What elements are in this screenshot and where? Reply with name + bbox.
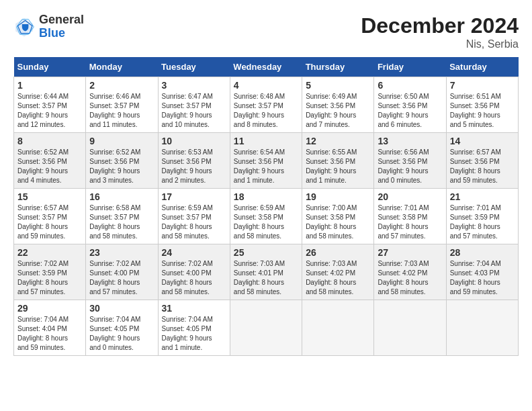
day-info: Sunrise: 6:59 AM Sunset: 3:58 PM Dayligh… [234, 203, 298, 241]
day-info: Sunrise: 6:49 AM Sunset: 3:56 PM Dayligh… [306, 92, 370, 130]
calendar-col-header: Friday [374, 57, 446, 77]
calendar-col-header: Tuesday [158, 57, 230, 77]
calendar-day-cell: 15Sunrise: 6:57 AM Sunset: 3:57 PM Dayli… [14, 189, 86, 244]
day-info: Sunrise: 7:04 AM Sunset: 4:05 PM Dayligh… [89, 315, 154, 353]
day-info: Sunrise: 7:01 AM Sunset: 3:59 PM Dayligh… [450, 203, 515, 241]
day-number: 7 [450, 80, 515, 91]
calendar-week-row: 15Sunrise: 6:57 AM Sunset: 3:57 PM Dayli… [14, 189, 519, 244]
calendar-header-row: SundayMondayTuesdayWednesdayThursdayFrid… [14, 57, 519, 77]
calendar-day-cell: 5Sunrise: 6:49 AM Sunset: 3:56 PM Daylig… [302, 77, 374, 133]
calendar-table: SundayMondayTuesdayWednesdayThursdayFrid… [13, 57, 519, 356]
calendar-day-cell [374, 300, 446, 356]
calendar-week-row: 1Sunrise: 6:44 AM Sunset: 3:57 PM Daylig… [14, 77, 519, 133]
calendar-day-cell [230, 300, 302, 356]
calendar-day-cell [302, 300, 374, 356]
day-info: Sunrise: 7:02 AM Sunset: 4:00 PM Dayligh… [162, 259, 226, 297]
calendar-day-cell: 25Sunrise: 7:03 AM Sunset: 4:01 PM Dayli… [230, 244, 302, 300]
calendar-col-header: Thursday [302, 57, 374, 77]
day-number: 31 [162, 303, 226, 314]
calendar-day-cell: 23Sunrise: 7:02 AM Sunset: 4:00 PM Dayli… [86, 244, 158, 300]
day-number: 30 [89, 303, 154, 314]
calendar-col-header: Sunday [14, 57, 86, 77]
day-number: 10 [162, 136, 226, 146]
logo-general: General [39, 13, 84, 26]
day-info: Sunrise: 7:04 AM Sunset: 4:03 PM Dayligh… [450, 259, 515, 297]
day-number: 25 [234, 247, 298, 258]
calendar-day-cell: 28Sunrise: 7:04 AM Sunset: 4:03 PM Dayli… [446, 244, 518, 300]
day-number: 29 [17, 303, 82, 314]
calendar-day-cell: 9Sunrise: 6:52 AM Sunset: 3:56 PM Daylig… [86, 133, 158, 189]
day-info: Sunrise: 6:57 AM Sunset: 3:57 PM Dayligh… [17, 203, 82, 241]
day-info: Sunrise: 7:03 AM Sunset: 4:02 PM Dayligh… [378, 259, 442, 297]
day-info: Sunrise: 7:01 AM Sunset: 3:58 PM Dayligh… [378, 203, 442, 241]
day-info: Sunrise: 6:51 AM Sunset: 3:56 PM Dayligh… [450, 92, 515, 130]
day-number: 13 [378, 136, 442, 146]
day-info: Sunrise: 7:04 AM Sunset: 4:05 PM Dayligh… [162, 315, 226, 353]
day-info: Sunrise: 6:52 AM Sunset: 3:56 PM Dayligh… [89, 148, 154, 185]
calendar-day-cell: 8Sunrise: 6:52 AM Sunset: 3:56 PM Daylig… [14, 133, 86, 189]
calendar-week-row: 8Sunrise: 6:52 AM Sunset: 3:56 PM Daylig… [14, 133, 519, 189]
calendar-day-cell: 30Sunrise: 7:04 AM Sunset: 4:05 PM Dayli… [86, 300, 158, 356]
calendar-day-cell: 7Sunrise: 6:51 AM Sunset: 3:56 PM Daylig… [446, 77, 518, 133]
day-info: Sunrise: 6:52 AM Sunset: 3:56 PM Dayligh… [17, 148, 82, 185]
calendar-day-cell: 20Sunrise: 7:01 AM Sunset: 3:58 PM Dayli… [374, 189, 446, 244]
day-info: Sunrise: 7:02 AM Sunset: 4:00 PM Dayligh… [89, 259, 154, 297]
day-info: Sunrise: 6:46 AM Sunset: 3:57 PM Dayligh… [89, 92, 154, 130]
calendar-col-header: Saturday [446, 57, 518, 77]
calendar-day-cell [446, 300, 518, 356]
calendar-day-cell: 16Sunrise: 6:58 AM Sunset: 3:57 PM Dayli… [86, 189, 158, 244]
calendar-day-cell: 3Sunrise: 6:47 AM Sunset: 3:57 PM Daylig… [158, 77, 230, 133]
calendar-day-cell: 21Sunrise: 7:01 AM Sunset: 3:59 PM Dayli… [446, 189, 518, 244]
calendar-day-cell: 1Sunrise: 6:44 AM Sunset: 3:57 PM Daylig… [14, 77, 86, 133]
day-info: Sunrise: 6:50 AM Sunset: 3:56 PM Dayligh… [378, 92, 442, 130]
page-header: General Blue December 2024 Nis, Serbia [13, 13, 519, 50]
day-number: 26 [306, 247, 370, 258]
day-info: Sunrise: 6:44 AM Sunset: 3:57 PM Dayligh… [17, 92, 82, 130]
calendar-day-cell: 29Sunrise: 7:04 AM Sunset: 4:04 PM Dayli… [14, 300, 86, 356]
day-number: 11 [234, 136, 298, 146]
calendar-col-header: Wednesday [230, 57, 302, 77]
day-info: Sunrise: 6:48 AM Sunset: 3:57 PM Dayligh… [234, 92, 298, 130]
day-info: Sunrise: 7:03 AM Sunset: 4:01 PM Dayligh… [234, 259, 298, 297]
day-number: 15 [17, 191, 82, 202]
day-number: 1 [17, 80, 82, 91]
day-number: 22 [17, 247, 82, 258]
calendar-day-cell: 26Sunrise: 7:03 AM Sunset: 4:02 PM Dayli… [302, 244, 374, 300]
day-number: 2 [89, 80, 154, 91]
day-info: Sunrise: 7:02 AM Sunset: 3:59 PM Dayligh… [17, 259, 82, 297]
day-number: 12 [306, 136, 370, 146]
day-number: 4 [234, 80, 298, 91]
calendar-day-cell: 18Sunrise: 6:59 AM Sunset: 3:58 PM Dayli… [230, 189, 302, 244]
day-info: Sunrise: 6:57 AM Sunset: 3:56 PM Dayligh… [450, 148, 515, 185]
day-number: 14 [450, 136, 515, 146]
day-number: 5 [306, 80, 370, 91]
calendar-day-cell: 22Sunrise: 7:02 AM Sunset: 3:59 PM Dayli… [14, 244, 86, 300]
calendar-day-cell: 12Sunrise: 6:55 AM Sunset: 3:56 PM Dayli… [302, 133, 374, 189]
calendar-day-cell: 19Sunrise: 7:00 AM Sunset: 3:58 PM Dayli… [302, 189, 374, 244]
day-info: Sunrise: 7:03 AM Sunset: 4:02 PM Dayligh… [306, 259, 370, 297]
calendar-week-row: 29Sunrise: 7:04 AM Sunset: 4:04 PM Dayli… [14, 300, 519, 356]
day-number: 21 [450, 191, 515, 202]
day-info: Sunrise: 6:58 AM Sunset: 3:57 PM Dayligh… [89, 203, 154, 241]
day-number: 23 [89, 247, 154, 258]
day-info: Sunrise: 6:56 AM Sunset: 3:56 PM Dayligh… [378, 148, 442, 185]
calendar-day-cell: 17Sunrise: 6:59 AM Sunset: 3:57 PM Dayli… [158, 189, 230, 244]
title-block: December 2024 Nis, Serbia [361, 13, 519, 50]
day-info: Sunrise: 7:00 AM Sunset: 3:58 PM Dayligh… [306, 203, 370, 241]
day-number: 24 [162, 247, 226, 258]
logo-text: General Blue [39, 13, 84, 40]
day-number: 18 [234, 191, 298, 202]
calendar-day-cell: 24Sunrise: 7:02 AM Sunset: 4:00 PM Dayli… [158, 244, 230, 300]
day-number: 28 [450, 247, 515, 258]
logo: General Blue [13, 13, 84, 40]
calendar-day-cell: 6Sunrise: 6:50 AM Sunset: 3:56 PM Daylig… [374, 77, 446, 133]
day-number: 20 [378, 191, 442, 202]
day-number: 6 [378, 80, 442, 91]
calendar-week-row: 22Sunrise: 7:02 AM Sunset: 3:59 PM Dayli… [14, 244, 519, 300]
logo-icon [13, 16, 35, 38]
day-info: Sunrise: 6:53 AM Sunset: 3:56 PM Dayligh… [162, 148, 226, 185]
day-number: 17 [162, 191, 226, 202]
day-info: Sunrise: 6:47 AM Sunset: 3:57 PM Dayligh… [162, 92, 226, 130]
day-number: 27 [378, 247, 442, 258]
day-number: 3 [162, 80, 226, 91]
